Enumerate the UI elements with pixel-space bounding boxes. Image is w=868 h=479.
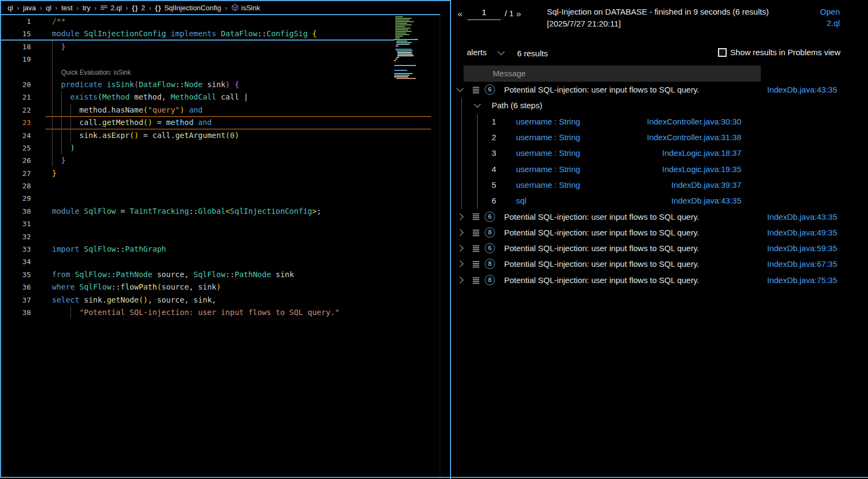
editor-left-border [0,0,1,478]
code-line-text: module SqlFlow = TaintTracking::Global<S… [31,205,321,218]
code-line[interactable]: 36where SqlFlow::flowPath(source, sink) [0,281,440,293]
step-location-link[interactable]: IndexDb.java:39:37 [671,180,741,189]
code-line[interactable]: 38 "Potential SQL-injection: user input … [0,306,440,319]
code-line[interactable]: 15module SqlInjectionConfig implements D… [0,28,440,40]
step-count-badge: 6 [485,84,495,95]
step-count-badge: 6 [485,243,495,253]
code-line[interactable]: 21 exists(Method method, MethodCall call… [0,91,440,103]
alert-location-link[interactable]: IndexDb.java:67:35 [767,259,837,268]
code-line[interactable]: 20 predicate isSink(DataFlow::Node sink)… [0,78,440,91]
alert-row[interactable]: 8Potential SQL-injection: user input flo… [451,272,868,288]
expand-alert-chevron[interactable] [456,245,464,252]
expand-alert-chevron[interactable] [456,213,464,220]
alert-row[interactable]: 6Potential SQL-injection: user input flo… [451,208,868,224]
alert-row[interactable]: 6Potential SQL-injection: user input flo… [451,240,868,256]
code-line[interactable]: 32 [0,231,440,243]
alert-location-link[interactable]: IndexDb.java:43:35 [767,85,837,94]
code-line[interactable]: 27} [0,167,440,180]
code-line-text: select sink.getNode(), source, sink, [31,294,217,306]
alert-row[interactable]: 6Potential SQL-injection: user input flo… [451,82,868,97]
code-line[interactable]: 19 [0,53,440,65]
alert-row[interactable]: 8Potential SQL-injection: user input flo… [451,225,868,240]
step-node-link[interactable]: username : String [516,165,580,174]
code-line[interactable]: 24 sink.asExpr() = call.getArgument(0) [0,129,440,142]
code-line[interactable]: 22 method.hasName("query") and [0,104,440,116]
quick-evaluation-codelens[interactable]: Quick Evaluation: isSink [61,69,131,76]
minimap[interactable] [394,16,430,65]
editor-right-edge [440,15,440,477]
path-step-row[interactable]: 6sqlIndexDb.java:43:35 [451,193,868,208]
code-line[interactable]: 26 } [0,154,440,167]
alert-row[interactable]: 8Potential SQL-injection: user input flo… [451,256,868,272]
breadcrumb-item[interactable]: SqlInjectionConfig [164,4,221,12]
line-number: 26 [0,154,31,167]
step-node-link[interactable]: username : String [516,117,580,126]
pagination-page-input[interactable]: 1 [467,8,501,20]
code-line[interactable]: 37select sink.getNode(), source, sink, [0,294,440,306]
code-line[interactable]: 28 [0,180,440,192]
code-editor[interactable]: 1/**15module SqlInjectionConfig implemen… [0,15,440,477]
code-line[interactable]: 34 [0,255,440,268]
show-in-problems-toggle[interactable]: Show results in Problems view [718,48,840,57]
line-number: 30 [0,205,31,218]
code-line[interactable]: 31 [0,218,440,230]
breadcrumb-item[interactable]: ql [46,4,51,12]
code-line-text: predicate isSink(DataFlow::Node sink) { [31,78,239,91]
breadcrumb-item[interactable]: ql [8,4,13,12]
expand-alert-chevron[interactable] [456,229,464,236]
step-node-link[interactable]: username : String [516,133,580,142]
code-line[interactable]: 29 [0,192,440,205]
code-line[interactable]: 30module SqlFlow = TaintTracking::Global… [0,205,440,218]
step-location-link[interactable]: IndexController.java:31:38 [647,133,741,142]
path-row[interactable]: Path (6 steps) [451,97,868,113]
code-line-text: exists(Method method, MethodCall call | [31,91,249,103]
step-location-link[interactable]: IndexController.java:30:30 [647,117,741,126]
breadcrumb-item[interactable]: 2 [141,4,145,12]
code-line[interactable]: 35from SqlFlow::PathNode source, SqlFlow… [0,268,440,281]
breadcrumb-item[interactable]: try [82,4,90,12]
alert-location-link[interactable]: IndexDb.java:49:35 [767,228,837,237]
step-node-link[interactable]: sql [516,196,526,205]
breadcrumb-item[interactable]: java [23,4,36,12]
path-step-row[interactable]: 4username : StringIndexLogic.java:19:35 [451,161,868,176]
collapse-path-chevron[interactable] [474,101,481,108]
line-number: 36 [0,281,31,293]
pagination-next-button[interactable]: » [516,9,521,19]
path-step-row[interactable]: 5username : StringIndexDb.java:39:37 [451,177,868,193]
breadcrumb-item[interactable]: test [61,4,73,12]
alert-message: Potential SQL-injection: user input flow… [504,275,699,285]
breadcrumb-item[interactable]: isSink [242,4,260,12]
results-filter-dropdown[interactable]: alerts [467,48,504,57]
collapse-alert-chevron[interactable] [456,85,464,92]
step-node-link[interactable]: username : String [516,148,580,158]
code-line[interactable]: 18 } [0,41,440,53]
code-line[interactable]: 25 ) [0,142,440,154]
step-location-link[interactable]: IndexDb.java:43:35 [671,196,741,205]
pagination-prev-button[interactable]: « [458,9,462,19]
codelens-row[interactable]: Quick Evaluation: isSink [0,66,440,78]
code-line[interactable]: 1/** [0,15,440,28]
alert-location-link[interactable]: IndexDb.java:75:35 [767,275,837,285]
code-line[interactable]: 33import SqlFlow::PathGraph [0,243,440,255]
problems-checkbox[interactable] [718,48,727,57]
step-location-link[interactable]: IndexLogic.java:18:37 [662,148,741,158]
alert-location-link[interactable]: IndexDb.java:59:35 [767,244,837,253]
panel-split-border[interactable] [450,0,451,479]
line-number: 29 [0,192,31,205]
list-icon [472,228,480,239]
step-node-link[interactable]: username : String [516,180,580,189]
breadcrumb-item[interactable]: 2.ql [110,4,122,12]
line-number: 37 [0,294,31,306]
open-query-link[interactable]: Open 2.ql [820,6,840,29]
expand-alert-chevron[interactable] [456,277,464,284]
path-step-row[interactable]: 3username : StringIndexLogic.java:18:37 [451,145,868,161]
alert-location-link[interactable]: IndexDb.java:43:35 [767,212,837,221]
step-count-badge: 8 [485,259,495,269]
expand-alert-chevron[interactable] [456,261,464,268]
minimap-line [395,49,412,50]
path-step-row[interactable]: 1username : StringIndexController.java:3… [451,114,868,129]
minimap-line [394,70,407,71]
code-line-text: method.hasName("query") and [31,104,203,116]
step-location-link[interactable]: IndexLogic.java:19:35 [662,165,741,174]
path-step-row[interactable]: 2username : StringIndexController.java:3… [451,129,868,145]
